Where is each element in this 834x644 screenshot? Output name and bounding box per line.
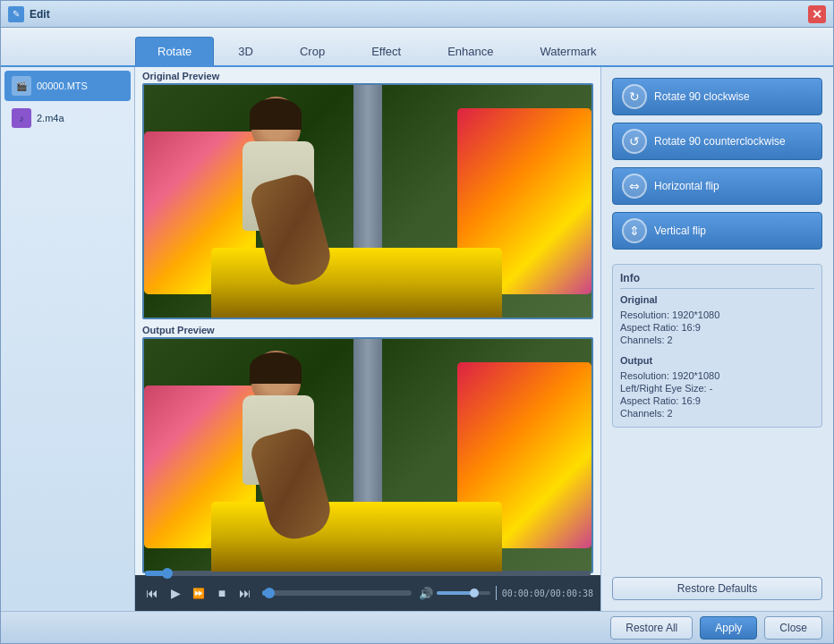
original-video-frame <box>144 85 591 318</box>
content-area: Original Preview <box>135 67 600 611</box>
rotate-cw-icon: ↻ <box>622 84 647 109</box>
rotate-ccw-button[interactable]: ↺ Rotate 90 counterclockwise <box>612 123 822 160</box>
separator <box>496 586 497 600</box>
guitar <box>248 171 336 291</box>
tab-bar: Rotate 3D Crop Effect Enhance Watermark <box>1 28 833 67</box>
sidebar-item-video-label: 00000.MTS <box>37 80 88 91</box>
controls-bar: ⏮ ▶ ⏩ ■ ⏭ 🔊 <box>135 575 600 611</box>
close-bottom-button[interactable]: Close <box>764 616 822 640</box>
tab-crop[interactable]: Crop <box>277 37 347 65</box>
tab-rotate[interactable]: Rotate <box>135 37 214 65</box>
sidebar: 🎬 00000.MTS ♪ 2.m4a <box>1 67 135 611</box>
output-preview-video <box>142 337 593 573</box>
progress-handle[interactable] <box>162 568 173 579</box>
output-aspect: Aspect Ratio: 16:9 <box>620 394 814 407</box>
volume-bar[interactable] <box>437 591 490 595</box>
output-video-frame <box>144 339 591 572</box>
time-display: 00:00:00/00:00:38 <box>502 589 593 598</box>
sidebar-item-audio[interactable]: ♪ 2.m4a <box>4 103 131 133</box>
original-resolution: Resolution: 1920*1080 <box>620 309 814 321</box>
volume-handle[interactable] <box>470 589 479 597</box>
tab-watermark[interactable]: Watermark <box>517 37 618 65</box>
output-eye: Left/Right Eye Size: - <box>620 382 814 394</box>
original-channels: Channels: 2 <box>620 334 814 346</box>
close-button[interactable]: ✕ <box>808 5 826 23</box>
scene-output <box>144 339 591 572</box>
volume-container: 🔊 <box>419 587 490 600</box>
apply-button[interactable]: Apply <box>700 616 757 640</box>
original-preview-label: Original Preview <box>142 71 593 81</box>
hair-out <box>250 352 302 384</box>
guitar-out <box>248 425 336 545</box>
original-preview-video <box>142 83 593 319</box>
flip-v-button[interactable]: ⇕ Vertical flip <box>612 212 822 250</box>
sidebar-item-audio-label: 2.m4a <box>37 113 64 123</box>
hair <box>250 98 302 130</box>
tab-3d[interactable]: 3D <box>216 37 276 65</box>
original-aspect: Aspect Ratio: 16:9 <box>620 321 814 334</box>
edit-window: ✎ Edit ✕ Rotate 3D Crop Effect Enhance W… <box>0 0 834 644</box>
main-progress-bar[interactable] <box>262 590 412 596</box>
play-button[interactable]: ▶ <box>166 583 185 603</box>
title-bar: ✎ Edit ✕ <box>1 1 833 28</box>
output-preview-section: Output Preview <box>135 321 600 575</box>
output-group-title: Output <box>620 355 814 366</box>
window-icon: ✎ <box>8 6 24 22</box>
skip-back-button[interactable]: ⏮ <box>142 583 162 603</box>
info-section: Info Original Resolution: 1920*1080 Aspe… <box>612 264 822 428</box>
flip-h-icon: ⇔ <box>622 174 647 199</box>
flip-h-button[interactable]: ⇔ Horizontal flip <box>612 167 822 205</box>
tab-enhance[interactable]: Enhance <box>425 37 515 65</box>
rotate-ccw-icon: ↺ <box>622 129 647 154</box>
restore-all-button[interactable]: Restore All <box>610 616 693 640</box>
volume-fill <box>437 591 474 595</box>
rotate-cw-label: Rotate 90 clockwise <box>654 90 750 103</box>
person-original <box>225 97 395 318</box>
person-output <box>225 351 395 572</box>
output-preview-label: Output Preview <box>142 325 593 335</box>
previews-container: Original Preview <box>135 67 600 575</box>
skip-next-button[interactable]: ⏭ <box>235 583 255 603</box>
video-icon: 🎬 <box>12 76 31 96</box>
output-resolution: Resolution: 1920*1080 <box>620 369 814 382</box>
flip-v-icon: ⇕ <box>622 218 647 243</box>
main-progress-handle[interactable] <box>264 588 275 598</box>
output-channels: Channels: 2 <box>620 407 814 419</box>
rotate-cw-button[interactable]: ↻ Rotate 90 clockwise <box>612 78 822 115</box>
audio-icon: ♪ <box>12 108 31 128</box>
volume-icon: 🔊 <box>419 587 433 600</box>
stop-button[interactable]: ■ <box>212 583 232 603</box>
tab-effect[interactable]: Effect <box>349 37 423 65</box>
window-title: Edit <box>30 8 808 21</box>
info-title: Info <box>620 272 814 289</box>
rotate-ccw-label: Rotate 90 counterclockwise <box>654 135 786 148</box>
fast-forward-button[interactable]: ⏩ <box>189 583 208 603</box>
restore-defaults-button[interactable]: Restore Defaults <box>612 577 822 600</box>
original-preview-section: Original Preview <box>135 67 600 321</box>
original-group-title: Original <box>620 294 814 305</box>
scene-original <box>144 85 591 318</box>
flip-v-label: Vertical flip <box>654 225 706 237</box>
right-panel: ↻ Rotate 90 clockwise ↺ Rotate 90 counte… <box>600 67 833 611</box>
main-area: 🎬 00000.MTS ♪ 2.m4a Original Preview <box>1 67 833 611</box>
sidebar-item-video[interactable]: 🎬 00000.MTS <box>4 71 131 101</box>
bottom-bar: Restore All Apply Close <box>1 611 833 643</box>
flip-h-label: Horizontal flip <box>654 180 719 192</box>
